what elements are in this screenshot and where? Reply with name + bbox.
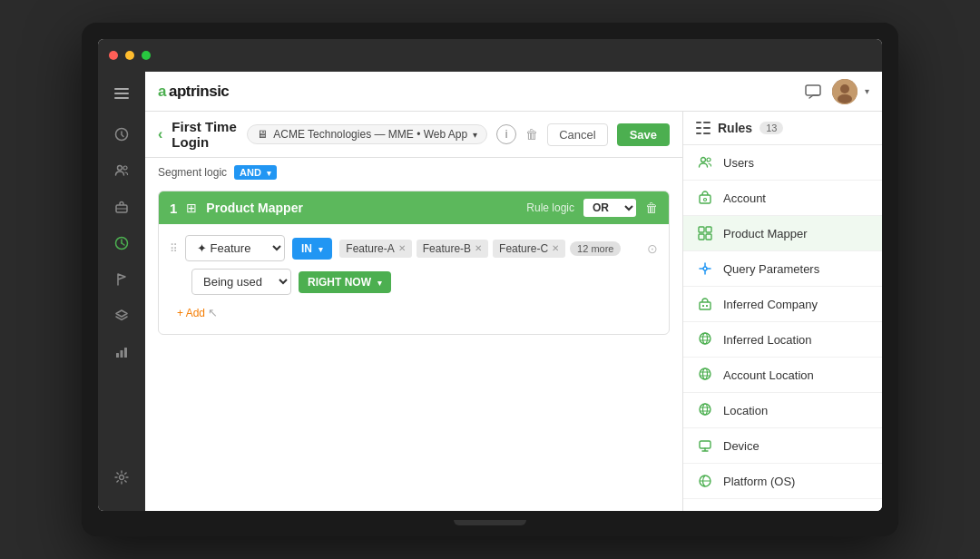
rule-item-account-location-label: Account Location bbox=[723, 368, 814, 382]
query-params-rule-icon bbox=[696, 260, 714, 278]
rule-item-product-mapper[interactable]: Product Mapper bbox=[683, 216, 882, 251]
svg-rect-13 bbox=[696, 122, 701, 123]
sidebar-logo-area bbox=[105, 81, 138, 106]
rule-item-location-label: Location bbox=[723, 404, 768, 417]
segment-logic-value: AND bbox=[240, 167, 261, 178]
svg-rect-5 bbox=[116, 353, 119, 358]
svg-rect-24 bbox=[706, 227, 711, 232]
rule-item-location[interactable]: Location bbox=[683, 393, 882, 428]
more-features-badge[interactable]: 12 more bbox=[570, 241, 621, 256]
info-button[interactable]: i bbox=[496, 124, 516, 144]
being-used-select[interactable]: Being used bbox=[191, 269, 291, 295]
close-dot[interactable] bbox=[109, 51, 118, 60]
user-avatar[interactable] bbox=[832, 79, 858, 104]
account-rule-icon bbox=[696, 189, 714, 207]
svg-point-32 bbox=[703, 333, 708, 344]
right-now-selector[interactable]: RIGHT NOW ▾ bbox=[299, 271, 391, 293]
rule-item-browser[interactable]: Browser bbox=[683, 499, 882, 511]
svg-point-35 bbox=[700, 404, 710, 415]
features-container: Feature-A ✕ Feature-B ✕ bbox=[339, 240, 640, 258]
logo-accent: a bbox=[158, 83, 166, 101]
maximize-dot[interactable] bbox=[142, 51, 151, 60]
cancel-button[interactable]: Cancel bbox=[547, 123, 607, 146]
drag-handle[interactable]: ⠿ bbox=[170, 242, 178, 255]
svg-rect-23 bbox=[699, 227, 704, 232]
row-info[interactable]: ⊙ bbox=[647, 241, 658, 256]
rule-item-inferred-location[interactable]: Inferred Location bbox=[683, 322, 882, 358]
browser-icon bbox=[696, 507, 714, 511]
rule-item-query-params-label: Query Parameters bbox=[723, 262, 819, 276]
rules-panel: Rules 13 bbox=[682, 112, 882, 511]
svg-point-19 bbox=[701, 158, 706, 162]
save-button[interactable]: Save bbox=[617, 123, 670, 146]
sidebar-item-settings[interactable] bbox=[113, 460, 130, 495]
rule-item-device[interactable]: Device bbox=[683, 428, 882, 464]
svg-rect-21 bbox=[700, 195, 710, 203]
users-rule-icon bbox=[696, 153, 714, 172]
feature-tag-c: Feature-C ✕ bbox=[493, 240, 565, 258]
back-button[interactable]: ‹ bbox=[158, 126, 162, 142]
context-icon: 🖥 bbox=[257, 128, 268, 141]
rule-item-query-params[interactable]: Query Parameters bbox=[683, 251, 882, 287]
svg-rect-16 bbox=[703, 122, 710, 123]
rule-item-device-label: Device bbox=[723, 439, 760, 453]
svg-rect-28 bbox=[700, 302, 710, 309]
sidebar-item-segments[interactable] bbox=[98, 262, 145, 297]
rule-item-users[interactable]: Users bbox=[683, 145, 882, 181]
sidebar-bottom bbox=[113, 460, 130, 502]
sidebar-item-analytics[interactable] bbox=[98, 226, 145, 260]
page-header: ‹ First Time Login 🖥 ACME Technologies —… bbox=[145, 112, 682, 158]
svg-point-1 bbox=[118, 166, 122, 171]
in-chevron: ▾ bbox=[318, 245, 323, 254]
svg-point-27 bbox=[703, 267, 707, 270]
chat-button[interactable] bbox=[801, 80, 825, 103]
svg-rect-17 bbox=[703, 127, 710, 129]
svg-point-31 bbox=[700, 333, 710, 344]
rules-count-badge: 13 bbox=[760, 122, 783, 134]
minimize-dot[interactable] bbox=[125, 51, 134, 60]
menu-button[interactable] bbox=[114, 88, 129, 99]
sidebar-item-engagements[interactable] bbox=[98, 299, 145, 333]
svg-point-33 bbox=[700, 368, 710, 379]
feature-tag-b: Feature-B ✕ bbox=[416, 240, 488, 258]
segment-logic-chevron: ▾ bbox=[267, 169, 271, 178]
rule-number: 1 bbox=[170, 201, 177, 216]
rule-item-inferred-company[interactable]: Inferred Company bbox=[683, 287, 882, 322]
delete-button[interactable]: 🗑 bbox=[525, 127, 538, 142]
sidebar-item-activity[interactable] bbox=[98, 117, 145, 152]
gear-icon bbox=[113, 469, 130, 485]
remove-feature-b[interactable]: ✕ bbox=[475, 243, 482, 253]
segment-logic-selector[interactable]: AND ▾ bbox=[234, 165, 277, 180]
remove-feature-c[interactable]: ✕ bbox=[552, 243, 559, 253]
app-logo: aaptrinsic bbox=[158, 83, 229, 101]
rule-item-platform[interactable]: Platform (OS) bbox=[683, 464, 882, 499]
chart-icon bbox=[113, 235, 130, 251]
rule-header: 1 ⊞ Product Mapper Rule logic OR AND 🗑 bbox=[159, 191, 669, 224]
user-chevron[interactable]: ▾ bbox=[865, 86, 869, 96]
feature-select[interactable]: ✦ Feature bbox=[185, 235, 285, 261]
inferred-location-icon bbox=[696, 330, 714, 348]
remove-feature-a[interactable]: ✕ bbox=[398, 243, 406, 253]
inferred-company-icon bbox=[696, 295, 714, 313]
segment-toolbar: Segment logic AND ▾ bbox=[145, 158, 682, 180]
rule-delete-button[interactable]: 🗑 bbox=[645, 201, 658, 215]
bar-chart-icon bbox=[113, 344, 130, 360]
sidebar-item-reports[interactable] bbox=[98, 335, 145, 369]
feature-tag-a: Feature-A ✕ bbox=[339, 240, 411, 258]
segment-logic-label: Segment logic bbox=[158, 166, 227, 179]
rule-item-account-location[interactable]: Account Location bbox=[683, 358, 882, 393]
rule-logic-select[interactable]: OR AND bbox=[583, 199, 636, 217]
svg-rect-9 bbox=[806, 85, 820, 95]
in-selector[interactable]: IN ▾ bbox=[292, 238, 332, 260]
users-icon bbox=[113, 162, 130, 179]
add-condition-button[interactable]: + Add ↖ bbox=[170, 302, 658, 323]
sidebar-item-accounts[interactable] bbox=[98, 190, 145, 224]
rule-item-account-label: Account bbox=[723, 191, 766, 205]
sidebar-item-users[interactable] bbox=[98, 153, 145, 188]
rule-item-account[interactable]: Account bbox=[683, 181, 882, 216]
context-selector[interactable]: 🖥 ACME Technologies — MME • Web App ▾ bbox=[247, 124, 487, 144]
svg-rect-25 bbox=[699, 234, 704, 240]
svg-rect-14 bbox=[696, 127, 701, 129]
left-panel: ‹ First Time Login 🖥 ACME Technologies —… bbox=[145, 112, 682, 511]
rule-item-product-mapper-label: Product Mapper bbox=[723, 227, 808, 240]
